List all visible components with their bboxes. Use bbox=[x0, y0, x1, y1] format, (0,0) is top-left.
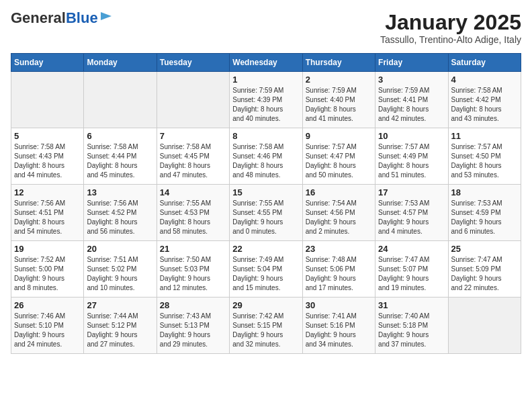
calendar-cell: 16Sunrise: 7:54 AM Sunset: 4:56 PM Dayli… bbox=[302, 185, 375, 241]
calendar-cell bbox=[11, 72, 84, 128]
calendar-cell: 9Sunrise: 7:57 AM Sunset: 4:47 PM Daylig… bbox=[302, 128, 375, 185]
calendar-cell: 18Sunrise: 7:53 AM Sunset: 4:59 PM Dayli… bbox=[448, 185, 521, 241]
calendar-cell: 30Sunrise: 7:41 AM Sunset: 5:16 PM Dayli… bbox=[302, 298, 375, 354]
day-info: Sunrise: 7:47 AM Sunset: 5:07 PM Dayligh… bbox=[378, 255, 445, 293]
weekday-header-row: SundayMondayTuesdayWednesdayThursdayFrid… bbox=[11, 54, 521, 72]
calendar-cell: 21Sunrise: 7:50 AM Sunset: 5:03 PM Dayli… bbox=[157, 241, 229, 298]
day-info: Sunrise: 7:52 AM Sunset: 5:00 PM Dayligh… bbox=[14, 255, 81, 293]
title-area: January 2025 Tassullo, Trentino-Alto Adi… bbox=[380, 11, 521, 45]
day-number: 25 bbox=[451, 244, 518, 254]
week-row-3: 12Sunrise: 7:56 AM Sunset: 4:51 PM Dayli… bbox=[11, 185, 521, 241]
day-info: Sunrise: 7:48 AM Sunset: 5:06 PM Dayligh… bbox=[306, 255, 372, 293]
day-number: 1 bbox=[232, 75, 299, 85]
calendar-cell: 1Sunrise: 7:59 AM Sunset: 4:39 PM Daylig… bbox=[230, 72, 302, 128]
day-info: Sunrise: 7:47 AM Sunset: 5:09 PM Dayligh… bbox=[451, 255, 518, 293]
day-number: 30 bbox=[306, 300, 372, 310]
day-number: 21 bbox=[160, 244, 226, 254]
day-info: Sunrise: 7:53 AM Sunset: 4:59 PM Dayligh… bbox=[451, 199, 518, 236]
calendar-cell: 27Sunrise: 7:44 AM Sunset: 5:12 PM Dayli… bbox=[84, 298, 157, 354]
day-number: 27 bbox=[87, 300, 153, 310]
day-number: 14 bbox=[160, 187, 226, 197]
day-info: Sunrise: 7:49 AM Sunset: 5:04 PM Dayligh… bbox=[232, 255, 299, 293]
calendar-cell bbox=[84, 72, 157, 128]
day-info: Sunrise: 7:44 AM Sunset: 5:12 PM Dayligh… bbox=[87, 312, 153, 349]
day-info: Sunrise: 7:57 AM Sunset: 4:50 PM Dayligh… bbox=[451, 142, 518, 180]
day-info: Sunrise: 7:59 AM Sunset: 4:39 PM Dayligh… bbox=[232, 86, 299, 124]
logo-arrow-icon bbox=[99, 9, 113, 23]
day-info: Sunrise: 7:46 AM Sunset: 5:10 PM Dayligh… bbox=[14, 312, 81, 349]
calendar-cell: 17Sunrise: 7:53 AM Sunset: 4:57 PM Dayli… bbox=[375, 185, 448, 241]
calendar-cell: 20Sunrise: 7:51 AM Sunset: 5:02 PM Dayli… bbox=[84, 241, 157, 298]
day-info: Sunrise: 7:56 AM Sunset: 4:52 PM Dayligh… bbox=[87, 199, 153, 236]
day-info: Sunrise: 7:51 AM Sunset: 5:02 PM Dayligh… bbox=[87, 255, 153, 293]
day-info: Sunrise: 7:58 AM Sunset: 4:43 PM Dayligh… bbox=[14, 142, 81, 180]
calendar-cell bbox=[157, 72, 229, 128]
calendar-cell: 15Sunrise: 7:55 AM Sunset: 4:55 PM Dayli… bbox=[230, 185, 302, 241]
day-info: Sunrise: 7:58 AM Sunset: 4:45 PM Dayligh… bbox=[160, 142, 226, 180]
day-info: Sunrise: 7:59 AM Sunset: 4:41 PM Dayligh… bbox=[378, 86, 445, 124]
calendar-cell bbox=[448, 298, 521, 354]
header: GeneralBlue January 2025 Tassullo, Trent… bbox=[11, 11, 521, 45]
logo-text: GeneralBlue bbox=[11, 11, 98, 26]
day-info: Sunrise: 7:57 AM Sunset: 4:47 PM Dayligh… bbox=[306, 142, 372, 180]
day-number: 8 bbox=[232, 131, 299, 141]
day-number: 7 bbox=[160, 131, 226, 141]
day-number: 5 bbox=[14, 131, 81, 141]
weekday-header-thursday: Thursday bbox=[302, 54, 375, 72]
weekday-header-wednesday: Wednesday bbox=[230, 54, 302, 72]
week-row-4: 19Sunrise: 7:52 AM Sunset: 5:00 PM Dayli… bbox=[11, 241, 521, 298]
day-info: Sunrise: 7:50 AM Sunset: 5:03 PM Dayligh… bbox=[160, 255, 226, 293]
day-info: Sunrise: 7:53 AM Sunset: 4:57 PM Dayligh… bbox=[378, 199, 445, 236]
day-info: Sunrise: 7:58 AM Sunset: 4:44 PM Dayligh… bbox=[87, 142, 153, 180]
day-number: 22 bbox=[232, 244, 299, 254]
day-number: 10 bbox=[378, 131, 445, 141]
day-number: 20 bbox=[87, 244, 153, 254]
weekday-header-monday: Monday bbox=[84, 54, 157, 72]
day-info: Sunrise: 7:54 AM Sunset: 4:56 PM Dayligh… bbox=[306, 199, 372, 236]
day-number: 4 bbox=[451, 75, 518, 85]
calendar-cell: 6Sunrise: 7:58 AM Sunset: 4:44 PM Daylig… bbox=[84, 128, 157, 185]
weekday-header-sunday: Sunday bbox=[11, 54, 84, 72]
calendar-cell: 14Sunrise: 7:55 AM Sunset: 4:53 PM Dayli… bbox=[157, 185, 229, 241]
svg-marker-0 bbox=[101, 12, 112, 20]
day-number: 12 bbox=[14, 187, 81, 197]
logo: GeneralBlue bbox=[11, 11, 113, 26]
day-info: Sunrise: 7:55 AM Sunset: 4:55 PM Dayligh… bbox=[232, 199, 299, 236]
calendar-cell: 13Sunrise: 7:56 AM Sunset: 4:52 PM Dayli… bbox=[84, 185, 157, 241]
calendar-cell: 29Sunrise: 7:42 AM Sunset: 5:15 PM Dayli… bbox=[230, 298, 302, 354]
calendar-cell: 22Sunrise: 7:49 AM Sunset: 5:04 PM Dayli… bbox=[230, 241, 302, 298]
day-info: Sunrise: 7:59 AM Sunset: 4:40 PM Dayligh… bbox=[306, 86, 372, 124]
calendar-cell: 24Sunrise: 7:47 AM Sunset: 5:07 PM Dayli… bbox=[375, 241, 448, 298]
calendar-cell: 2Sunrise: 7:59 AM Sunset: 4:40 PM Daylig… bbox=[302, 72, 375, 128]
calendar-body: 1Sunrise: 7:59 AM Sunset: 4:39 PM Daylig… bbox=[11, 72, 521, 354]
calendar-cell: 12Sunrise: 7:56 AM Sunset: 4:51 PM Dayli… bbox=[11, 185, 84, 241]
weekday-header-tuesday: Tuesday bbox=[157, 54, 229, 72]
day-number: 17 bbox=[378, 187, 445, 197]
day-number: 23 bbox=[306, 244, 372, 254]
calendar-cell: 5Sunrise: 7:58 AM Sunset: 4:43 PM Daylig… bbox=[11, 128, 84, 185]
calendar-cell: 23Sunrise: 7:48 AM Sunset: 5:06 PM Dayli… bbox=[302, 241, 375, 298]
day-number: 2 bbox=[306, 75, 372, 85]
day-number: 11 bbox=[451, 131, 518, 141]
day-info: Sunrise: 7:43 AM Sunset: 5:13 PM Dayligh… bbox=[160, 312, 226, 349]
day-number: 26 bbox=[14, 300, 81, 310]
day-info: Sunrise: 7:40 AM Sunset: 5:18 PM Dayligh… bbox=[378, 312, 445, 349]
day-info: Sunrise: 7:57 AM Sunset: 4:49 PM Dayligh… bbox=[378, 142, 445, 180]
day-info: Sunrise: 7:42 AM Sunset: 5:15 PM Dayligh… bbox=[232, 312, 299, 349]
day-info: Sunrise: 7:56 AM Sunset: 4:51 PM Dayligh… bbox=[14, 199, 81, 236]
day-info: Sunrise: 7:58 AM Sunset: 4:42 PM Dayligh… bbox=[451, 86, 518, 124]
day-number: 31 bbox=[378, 300, 445, 310]
day-number: 24 bbox=[378, 244, 445, 254]
calendar-table: SundayMondayTuesdayWednesdayThursdayFrid… bbox=[11, 53, 521, 354]
day-number: 18 bbox=[451, 187, 518, 197]
calendar-cell: 26Sunrise: 7:46 AM Sunset: 5:10 PM Dayli… bbox=[11, 298, 84, 354]
calendar-cell: 7Sunrise: 7:58 AM Sunset: 4:45 PM Daylig… bbox=[157, 128, 229, 185]
calendar-cell: 19Sunrise: 7:52 AM Sunset: 5:00 PM Dayli… bbox=[11, 241, 84, 298]
week-row-2: 5Sunrise: 7:58 AM Sunset: 4:43 PM Daylig… bbox=[11, 128, 521, 185]
weekday-header-friday: Friday bbox=[375, 54, 448, 72]
calendar-cell: 28Sunrise: 7:43 AM Sunset: 5:13 PM Dayli… bbox=[157, 298, 229, 354]
week-row-1: 1Sunrise: 7:59 AM Sunset: 4:39 PM Daylig… bbox=[11, 72, 521, 128]
week-row-5: 26Sunrise: 7:46 AM Sunset: 5:10 PM Dayli… bbox=[11, 298, 521, 354]
day-number: 16 bbox=[306, 187, 372, 197]
day-number: 15 bbox=[232, 187, 299, 197]
